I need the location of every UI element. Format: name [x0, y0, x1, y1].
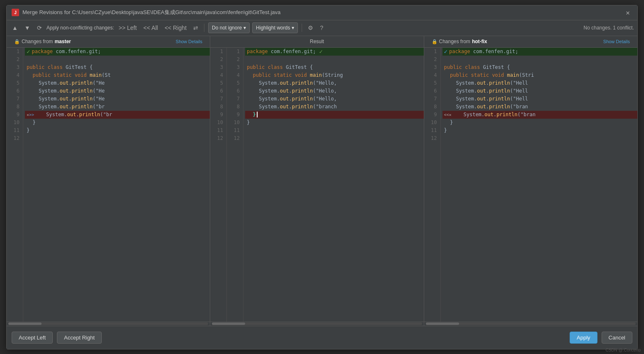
right-scroll-track[interactable]: [426, 322, 636, 325]
center-line-3: public class GitTest {: [245, 63, 424, 71]
center-code-lines: package com.fenfen.git; ✓ public class G…: [243, 48, 424, 322]
separator-2: [302, 24, 302, 32]
center-line-11: [245, 127, 424, 134]
right-line-4: public static void main(Stri: [442, 71, 638, 79]
right-scroll-thumb[interactable]: [426, 322, 459, 325]
left-line-9: ✕ >> System.out.println("br: [25, 111, 210, 119]
help-button[interactable]: ?: [318, 23, 325, 32]
center-scroll-track[interactable]: [212, 322, 422, 325]
apply-right-button[interactable]: << Right: [162, 23, 189, 32]
right-show-details-btn[interactable]: Show Details: [603, 39, 630, 44]
next-conflict-button[interactable]: ▼: [22, 23, 32, 32]
right-branch-name: hot-fix: [472, 39, 487, 44]
panels-header: 🔒 Changes from master Show Details Resul…: [7, 36, 637, 48]
status-label: No changes. 1 conflict.: [584, 25, 634, 31]
center-line-10: }: [245, 119, 424, 127]
right-line-1: ✓ package com.fenfen.git;: [442, 48, 638, 56]
left-header-content: 🔒 Changes from master Show Details: [11, 39, 206, 44]
apply-button[interactable]: Apply: [570, 332, 597, 344]
center-panel: 12345 678910 1112 12345 678910 1112 pack…: [210, 48, 424, 326]
bottom-left-buttons: Accept Left Accept Right: [12, 332, 102, 344]
left-show-details-btn[interactable]: Show Details: [176, 39, 202, 44]
bottom-bar: Accept Left Accept Right Apply Cancel: [7, 326, 637, 349]
center-line-1: package com.fenfen.git; ✓: [245, 48, 424, 56]
highlight-label: Highlight words: [256, 25, 290, 31]
watermark: CSDN @:Concerto: [605, 348, 641, 352]
highlight-words-dropdown[interactable]: Highlight words ▾: [252, 22, 298, 33]
right-code-lines: ✓ package com.fenfen.git; public class G…: [441, 48, 638, 322]
left-line-numbers: 12345 678910 1112: [7, 48, 23, 322]
left-code-lines: ✓ package com.fenfen.git; public class G…: [23, 48, 210, 322]
center-code-area[interactable]: 12345 678910 1112 12345 678910 1112 pack…: [210, 48, 424, 322]
left-line-4: public static void main(St: [25, 71, 210, 79]
center-line-9: }: [245, 111, 424, 119]
center-line-4: public static void main(String: [245, 71, 424, 79]
left-line-6: System.out.println("He: [25, 87, 210, 95]
left-code-area[interactable]: 12345 678910 1112 ✓ package com.fenfen.g…: [7, 48, 210, 322]
right-changes-label: Changes from: [439, 39, 470, 44]
left-scrollbar[interactable]: [7, 322, 210, 326]
left-line-7: System.out.println("He: [25, 95, 210, 103]
right-line-10: }: [442, 119, 638, 127]
ignore-whitespace-dropdown[interactable]: Do not ignore ▾: [208, 22, 250, 33]
right-line-5: System.out.println("Hell: [442, 79, 638, 87]
center-scroll-thumb[interactable]: [212, 322, 245, 325]
left-line-10: }: [25, 119, 210, 127]
apply-all-button[interactable]: << All: [141, 23, 160, 32]
right-scrollbar[interactable]: [424, 322, 638, 326]
magic-resolve-button[interactable]: ⟳: [35, 23, 44, 32]
merge-dialog: J Merge Revisions for C:\Users\CZyue\Des…: [6, 5, 638, 349]
left-line-5: System.out.println("He: [25, 79, 210, 87]
title-bar-left: J Merge Revisions for C:\Users\CZyue\Des…: [12, 9, 280, 16]
right-panel: 12345 678910 1112 ✓ package com.fenfen.g…: [424, 48, 638, 326]
center-result-label: Result: [310, 39, 324, 44]
right-line-2: [442, 56, 638, 63]
left-scroll-track[interactable]: [8, 322, 208, 325]
separator-1: [204, 24, 204, 32]
prev-conflict-button[interactable]: ▲: [10, 23, 20, 32]
right-line-numbers: 12345 678910 1112: [424, 48, 441, 322]
right-line-6: System.out.println("Hell: [442, 87, 638, 95]
swap-sides-button[interactable]: ⇄: [191, 23, 200, 32]
left-panel-header: 🔒 Changes from master Show Details: [7, 36, 210, 47]
lock-icon-right: 🔒: [432, 39, 438, 44]
center-line-numbers-left: 12345 678910 1112: [210, 48, 227, 322]
ignore-whitespace-label: Do not ignore: [212, 25, 242, 31]
apply-left-button[interactable]: >> Left: [117, 23, 139, 32]
close-button[interactable]: ✕: [623, 8, 632, 17]
right-line-12: [442, 134, 638, 142]
center-scrollbar[interactable]: [210, 322, 424, 326]
cancel-button[interactable]: Cancel: [602, 332, 632, 344]
left-changes-label: Changes from: [22, 39, 53, 44]
center-line-numbers-right: 12345 678910 1112: [227, 48, 243, 322]
left-line-3: public class GitTest {: [25, 63, 210, 71]
left-line-2: [25, 56, 210, 63]
right-line-11: }: [442, 127, 638, 134]
center-line-5: System.out.println("Hello,: [245, 79, 424, 87]
accept-right-button[interactable]: Accept Right: [57, 332, 102, 344]
bottom-right-buttons: Apply Cancel: [570, 332, 632, 344]
highlight-dropdown-arrow: ▾: [292, 25, 294, 31]
right-line-3: public class GitTest {: [442, 63, 638, 71]
left-line-11: }: [25, 127, 210, 134]
app-icon: J: [12, 9, 19, 16]
right-panel-header: 🔒 Changes from hot-fix Show Details: [424, 36, 638, 47]
left-line-12: [25, 134, 210, 142]
center-panel-header: Result: [210, 36, 424, 47]
right-line-8: System.out.println("bran: [442, 103, 638, 111]
left-panel: 12345 678910 1112 ✓ package com.fenfen.g…: [7, 48, 210, 326]
right-line-9: << ✕ System.out.println("bran: [442, 111, 638, 119]
left-scroll-thumb[interactable]: [8, 322, 42, 325]
left-line-8: System.out.println("br: [25, 103, 210, 111]
lock-icon-left: 🔒: [14, 39, 20, 44]
panels-content: 12345 678910 1112 ✓ package com.fenfen.g…: [7, 48, 637, 326]
left-line-1: ✓ package com.fenfen.git;: [25, 48, 210, 56]
center-line-7: System.out.println("Hello,: [245, 95, 424, 103]
right-code-area[interactable]: 12345 678910 1112 ✓ package com.fenfen.g…: [424, 48, 638, 322]
apply-non-conflicting-label: Apply non-conflicting changes:: [47, 25, 114, 31]
title-bar: J Merge Revisions for C:\Users\CZyue\Des…: [7, 5, 637, 20]
center-line-12: [245, 134, 424, 142]
center-line-8: System.out.println("branch: [245, 103, 424, 111]
accept-left-button[interactable]: Accept Left: [12, 332, 53, 344]
settings-button[interactable]: ⚙: [306, 23, 315, 32]
